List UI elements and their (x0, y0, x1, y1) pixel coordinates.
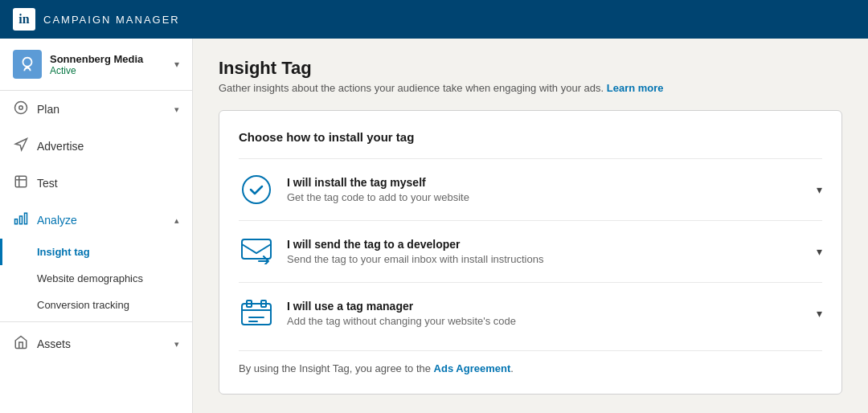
analyze-label: Analyze (37, 214, 174, 227)
sidebar-item-website-demographics[interactable]: Website demographics (0, 265, 192, 292)
svg-point-5 (243, 176, 270, 203)
install-card: Choose how to install your tag I will in… (219, 110, 842, 395)
tag-manager-title: I will use a tag manager (287, 300, 817, 313)
self-install-desc: Get the tag code to add to your website (287, 191, 817, 203)
analyze-subnav: Insight tag Website demographics Convers… (0, 239, 192, 318)
plan-label: Plan (37, 103, 174, 116)
sidebar-item-assets[interactable]: Assets ▾ (0, 325, 192, 362)
send-developer-chevron-icon: ▾ (817, 245, 822, 258)
sidebar-item-advertise[interactable]: Advertise (0, 128, 192, 165)
analyze-icon (13, 211, 29, 229)
tag-manager-desc: Add the tag without changing your websit… (287, 315, 817, 327)
account-chevron-icon: ▾ (174, 59, 179, 70)
main-content: Insight Tag Gather insights about the ac… (193, 39, 868, 413)
sidebar-item-insight-tag[interactable]: Insight tag (0, 239, 192, 265)
tag-manager-text: I will use a tag manager Add the tag wit… (287, 300, 817, 327)
learn-more-link[interactable]: Learn more (607, 82, 664, 94)
send-developer-title: I will send the tag to a developer (287, 238, 817, 251)
account-selector[interactable]: Sonnenberg Media Active ▾ (0, 39, 192, 91)
card-heading: Choose how to install your tag (239, 130, 822, 144)
sidebar: Sonnenberg Media Active ▾ Plan ▾ Adverti… (0, 39, 193, 413)
sidebar-item-plan[interactable]: Plan ▾ (0, 91, 192, 128)
account-avatar (13, 50, 42, 79)
account-info: Sonnenberg Media Active (50, 53, 174, 76)
test-icon (13, 174, 29, 192)
test-label: Test (37, 177, 179, 190)
svg-rect-4 (15, 219, 18, 224)
tag-manager-chevron-icon: ▾ (817, 307, 822, 320)
app-title: CAMPAIGN MANAGER (43, 14, 180, 26)
plan-chevron-icon: ▾ (174, 104, 179, 115)
sidebar-divider (0, 321, 192, 322)
send-developer-text: I will send the tag to a developer Send … (287, 238, 817, 265)
self-install-chevron-icon: ▾ (817, 183, 822, 196)
svg-point-1 (19, 106, 23, 110)
assets-label: Assets (37, 337, 174, 350)
advertise-label: Advertise (37, 140, 179, 153)
sidebar-item-conversion-tracking[interactable]: Conversion tracking (0, 292, 192, 318)
plan-icon (13, 100, 29, 118)
svg-rect-2 (25, 213, 27, 224)
self-install-title: I will install the tag myself (287, 176, 817, 189)
main-layout: Sonnenberg Media Active ▾ Plan ▾ Adverti… (0, 39, 868, 413)
account-avatar-icon (18, 55, 36, 73)
card-footer: By using the Insight Tag, you agree to t… (239, 350, 822, 374)
send-developer-desc: Send the tag to your email inbox with in… (287, 253, 817, 265)
assets-chevron-icon: ▾ (174, 339, 179, 350)
self-install-text: I will install the tag myself Get the ta… (287, 176, 817, 203)
sidebar-item-analyze[interactable]: Analyze ▴ (0, 202, 192, 239)
sidebar-item-test[interactable]: Test (0, 165, 192, 202)
option-send-developer[interactable]: I will send the tag to a developer Send … (239, 220, 822, 282)
page-title: Insight Tag (219, 58, 842, 79)
linkedin-logo: in (13, 8, 35, 31)
advertise-icon (13, 137, 29, 155)
option-self-install[interactable]: I will install the tag myself Get the ta… (239, 158, 822, 220)
analyze-chevron-icon: ▴ (174, 215, 179, 226)
svg-rect-6 (242, 239, 271, 259)
option-tag-manager[interactable]: I will use a tag manager Add the tag wit… (239, 282, 822, 344)
assets-icon (13, 335, 29, 353)
tag-manager-icon (239, 296, 274, 331)
top-navigation: in CAMPAIGN MANAGER (0, 0, 868, 39)
account-status: Active (50, 65, 174, 76)
account-name: Sonnenberg Media (50, 53, 174, 65)
self-install-icon (239, 172, 274, 207)
send-developer-icon (239, 234, 274, 269)
page-subtitle: Gather insights about the actions your a… (219, 82, 842, 94)
svg-rect-3 (20, 216, 23, 224)
svg-point-0 (15, 102, 27, 114)
ads-agreement-link[interactable]: Ads Agreement (434, 362, 511, 374)
